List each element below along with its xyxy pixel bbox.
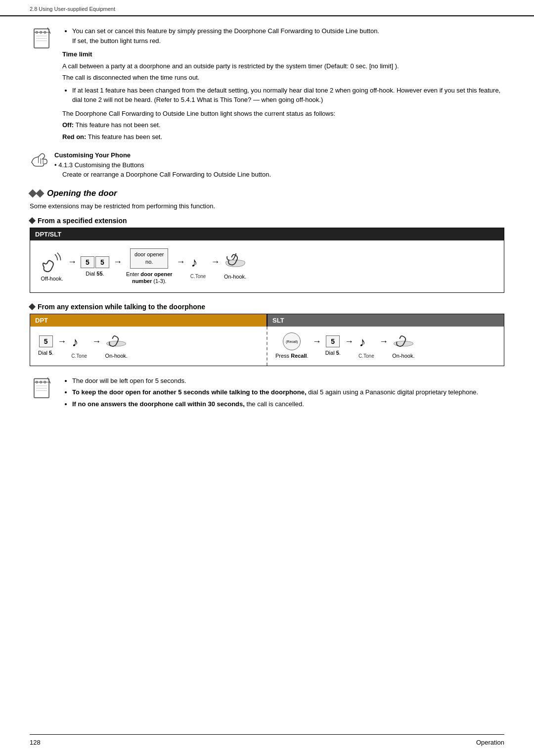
dpt-slt-content: Off-hook. → 5 5 Dial 55. → door xyxy=(30,240,504,292)
dpt-onhook-label: On-hook. xyxy=(105,352,128,359)
bottom-note-text: The door will be left open for 5 seconds… xyxy=(62,376,504,413)
page-number: 128 xyxy=(30,739,41,746)
dpt-key5: 5 xyxy=(39,335,53,347)
customising-sub: 4.1.3 Customising the Buttons xyxy=(58,161,144,169)
opening-heading-text: Opening the door xyxy=(47,189,117,198)
ctone-icon-1: ♪ xyxy=(189,253,207,271)
dpt-arrow-1: → xyxy=(57,336,66,356)
step-dooropener-label: Enter door openernumber (1-3). xyxy=(126,271,173,285)
doorphone-note: The Doorphone Call Forwarding to Outside… xyxy=(62,109,504,119)
footer: 128 Operation xyxy=(30,734,504,746)
step-offhook-label: Off-hook. xyxy=(41,275,63,282)
dpt-dial5-label: Dial 5. xyxy=(38,349,53,356)
slt-step-recall: (Recall) Press Recall. xyxy=(275,332,309,359)
door-opener-bot: no. xyxy=(134,258,164,266)
bottom-notebook-icon xyxy=(30,377,54,402)
dpt-ctone-icon: ♪ xyxy=(70,333,88,351)
arrow-4: → xyxy=(211,257,220,276)
step-dooropener: door opener no. Enter door openernumber … xyxy=(126,248,173,284)
recall-icon: (Recall) xyxy=(283,332,301,350)
step-onhook-1: On-hook. xyxy=(224,253,247,280)
diamond-icon-2 xyxy=(36,189,44,197)
dpt-onhook: On-hook. xyxy=(105,332,128,359)
slt-arrow-1: → xyxy=(312,336,321,356)
dpt-slt-box: DPT/SLT Off-hook. xyxy=(30,228,504,293)
offhook-icon xyxy=(40,251,64,273)
step-onhook-label-1: On-hook. xyxy=(224,273,246,280)
red-text: Red on: This feature has been set. xyxy=(62,132,504,142)
diamond-icon-small-2 xyxy=(29,303,36,310)
opening-desc: Some extensions may be restricted from p… xyxy=(30,201,504,211)
arrow-2: → xyxy=(113,257,122,276)
split-content: 5 Dial 5. → ♪ C.Tone → xyxy=(30,327,504,365)
key-5-2: 5 xyxy=(95,256,109,268)
slt-key5: 5 xyxy=(326,335,340,347)
diamond-icon-small-1 xyxy=(29,217,36,224)
off-text: Off: This feature has not been set. xyxy=(62,120,504,130)
footer-section: Operation xyxy=(476,739,504,746)
step-ctone-1: ♪ C.Tone xyxy=(189,253,207,280)
svg-text:♪: ♪ xyxy=(359,335,365,349)
customising-text: Customising Your Phone • 4.1.3 Customisi… xyxy=(54,150,271,180)
bottom-note-block: The door will be left open for 5 seconds… xyxy=(30,376,504,413)
slt-arrow-3: → xyxy=(379,336,388,356)
dpt-content: 5 Dial 5. → ♪ C.Tone → xyxy=(30,327,267,365)
from-specified-heading: From a specified extension xyxy=(30,217,504,225)
customising-note: Customising Your Phone • 4.1.3 Customisi… xyxy=(30,150,504,180)
onhook-icon-1 xyxy=(224,253,247,271)
slt-recall-label: Press Recall. xyxy=(275,352,309,359)
notebook-icon xyxy=(30,27,54,52)
slt-dial5-label: Dial 5. xyxy=(325,349,341,356)
slt-onhook: On-hook. xyxy=(392,332,415,359)
header-section-label: 2.8 Using User-supplied Equipment xyxy=(30,6,115,12)
slt-dial5: 5 Dial 5. xyxy=(325,335,341,356)
slt-ctone-icon: ♪ xyxy=(357,333,375,351)
bottom-note-1: The door will be left open for 5 seconds… xyxy=(72,376,504,386)
opening-heading: Opening the door xyxy=(30,189,504,198)
split-box: DPT SLT 5 Dial 5. → xyxy=(30,314,504,366)
dpt-arrow-2: → xyxy=(92,336,101,356)
slt-onhook-icon xyxy=(392,332,415,350)
step-dial55: 5 5 Dial 55. xyxy=(81,256,109,277)
dooropener-box-icon: door opener no. xyxy=(130,248,168,269)
split-headers: DPT SLT xyxy=(30,314,504,327)
arrow-1: → xyxy=(68,257,77,276)
dial55-keys: 5 5 xyxy=(81,256,109,268)
dpt-ctone-label: C.Tone xyxy=(71,353,87,359)
note-item-1: You can set or cancel this feature by si… xyxy=(72,26,504,46)
door-opener-box: door opener no. xyxy=(130,248,168,269)
step-dial55-label: Dial 55. xyxy=(86,270,104,277)
from-specified-label: From a specified extension xyxy=(38,217,127,225)
dpt-step-dial5: 5 Dial 5. xyxy=(38,335,53,356)
from-any-label: From any extension while talking to the … xyxy=(38,303,205,311)
ctone-label-1: C.Tone xyxy=(190,273,206,280)
dpt-slt-header: DPT/SLT xyxy=(30,228,504,240)
from-any-heading: From any extension while talking to the … xyxy=(30,303,504,311)
header-bar: 2.8 Using User-supplied Equipment xyxy=(0,0,534,16)
key-5-1: 5 xyxy=(81,256,94,268)
slt-onhook-label: On-hook. xyxy=(392,352,414,359)
slt-arrow-2: → xyxy=(345,336,354,356)
dial-tone-note: If at least 1 feature has been changed f… xyxy=(72,86,504,105)
customising-label: Customising Your Phone xyxy=(54,151,131,159)
page-container: 2.8 Using User-supplied Equipment xyxy=(0,0,534,756)
svg-text:♪: ♪ xyxy=(72,335,79,349)
time-limit-label: Time limit xyxy=(62,50,92,58)
time-limit-text: A call between a party at a doorphone an… xyxy=(62,61,504,71)
slt-header: SLT xyxy=(267,314,504,327)
dpt-onhook-icon xyxy=(105,332,128,350)
svg-text:♪: ♪ xyxy=(191,256,197,270)
dpt-ctone: ♪ C.Tone xyxy=(70,333,88,359)
main-content: You can set or cancel this feature by si… xyxy=(0,16,534,442)
step-offhook: Off-hook. xyxy=(40,251,64,282)
bottom-note-2: To keep the door open for another 5 seco… xyxy=(72,387,504,397)
dpt-header: DPT xyxy=(30,314,267,327)
customising-desc: Create or rearrange a Doorphone Call For… xyxy=(62,170,271,180)
slt-ctone: ♪ C.Tone xyxy=(357,333,375,359)
time-limit-disconnected: The call is disconnected when the time r… xyxy=(62,73,504,83)
arrow-3: → xyxy=(177,257,185,276)
top-note-text: You can set or cancel this feature by si… xyxy=(62,26,504,143)
door-opener-top: door opener xyxy=(134,251,164,258)
slt-content: (Recall) Press Recall. → 5 Dial 5. → xyxy=(267,327,504,365)
customising-icon xyxy=(30,150,49,172)
